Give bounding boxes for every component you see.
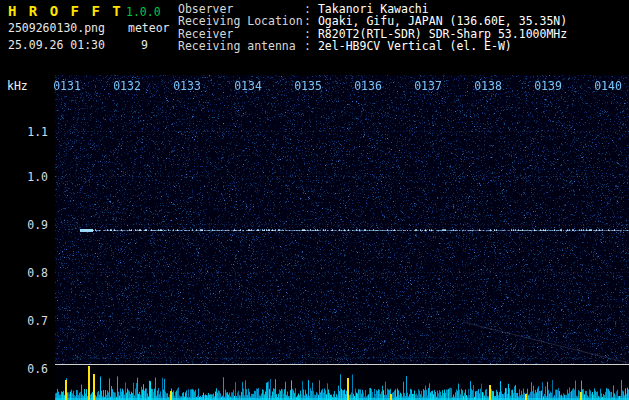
x-tick-0132: 0132 bbox=[107, 79, 147, 93]
x-tick-0139: 0139 bbox=[528, 79, 568, 93]
info-row-antenna: Receiving antenna:2el-HB9CV Vertical (el… bbox=[178, 40, 567, 52]
y-tick-0p9: 0.9 bbox=[18, 218, 48, 232]
spectrogram-canvas bbox=[55, 75, 629, 364]
x-tick-0134: 0134 bbox=[228, 79, 268, 93]
y-tick-0p8: 0.8 bbox=[18, 266, 48, 280]
app-version: 1.0.0 bbox=[126, 5, 161, 19]
info-colon: : bbox=[304, 39, 311, 53]
observation-timestamp: 25.09.26 01:30 bbox=[8, 38, 105, 52]
x-tick-0131: 0131 bbox=[47, 79, 87, 93]
x-tick-0137: 0137 bbox=[408, 79, 448, 93]
station-info: Observer:Takanori Kawachi Receiving Loca… bbox=[178, 3, 567, 53]
y-tick-1p1: 1.1 bbox=[18, 125, 48, 139]
y-tick-0p6: 0.6 bbox=[18, 362, 48, 376]
x-tick-0133: 0133 bbox=[167, 79, 207, 93]
app-title: H R O F F T bbox=[8, 3, 123, 19]
mode-label: meteor bbox=[128, 21, 170, 35]
y-axis-unit-label: kHz bbox=[7, 79, 28, 93]
hrofft-output: H R O F F T 1.0.0 2509260130.png meteor … bbox=[0, 0, 629, 400]
y-tick-1p0: 1.0 bbox=[18, 170, 48, 184]
y-tick-0p7: 0.7 bbox=[18, 314, 48, 328]
separator-line bbox=[55, 364, 629, 365]
info-value-antenna: 2el-HB9CV Vertical (el. E-W) bbox=[318, 39, 512, 53]
x-tick-0138: 0138 bbox=[468, 79, 508, 93]
info-label-antenna: Receiving antenna bbox=[178, 40, 304, 52]
x-tick-0136: 0136 bbox=[348, 79, 388, 93]
meteor-count: 9 bbox=[141, 38, 148, 52]
info-label-location: Receiving Location bbox=[178, 15, 304, 27]
output-filename: 2509260130.png bbox=[8, 21, 105, 35]
x-tick-0135: 0135 bbox=[288, 79, 328, 93]
signal-level-strip-canvas bbox=[55, 366, 629, 400]
x-tick-0140: 0140 bbox=[588, 79, 628, 93]
